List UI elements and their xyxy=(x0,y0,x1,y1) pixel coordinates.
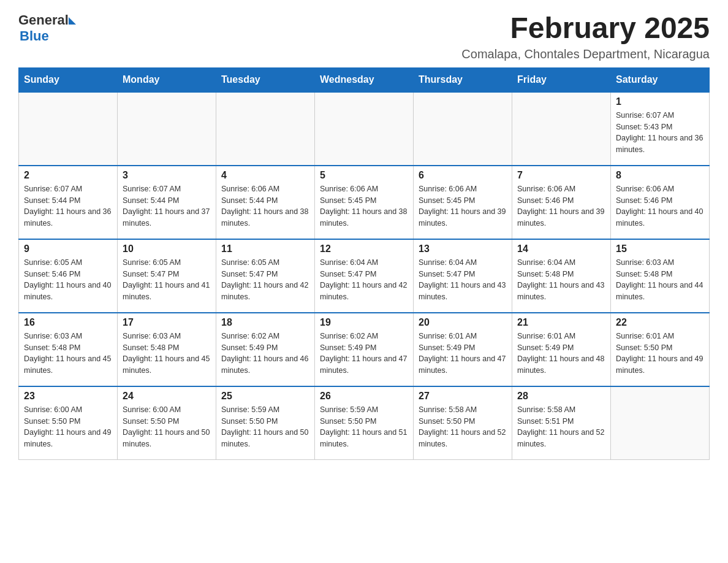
col-thursday: Thursday xyxy=(414,67,512,92)
col-friday: Friday xyxy=(512,67,611,92)
day-number: 27 xyxy=(419,391,507,402)
calendar-cell: 11Sunrise: 6:05 AMSunset: 5:47 PMDayligh… xyxy=(216,239,315,313)
calendar-cell: 21Sunrise: 6:01 AMSunset: 5:49 PMDayligh… xyxy=(512,313,611,386)
day-number: 13 xyxy=(419,243,507,255)
day-number: 11 xyxy=(221,243,309,255)
calendar-cell: 25Sunrise: 5:59 AMSunset: 5:50 PMDayligh… xyxy=(216,386,315,460)
day-info: Sunrise: 6:07 AMSunset: 5:43 PMDaylight:… xyxy=(616,110,704,156)
calendar-cell: 13Sunrise: 6:04 AMSunset: 5:47 PMDayligh… xyxy=(414,239,512,313)
day-number: 6 xyxy=(419,170,507,181)
logo-arrow-icon xyxy=(69,17,76,25)
day-number: 20 xyxy=(419,317,507,328)
col-sunday: Sunday xyxy=(19,67,118,92)
day-info: Sunrise: 5:59 AMSunset: 5:50 PMDaylight:… xyxy=(221,404,309,450)
day-info: Sunrise: 6:04 AMSunset: 5:47 PMDaylight:… xyxy=(419,257,507,303)
day-number: 3 xyxy=(123,170,211,181)
day-number: 19 xyxy=(320,317,408,328)
calendar-cell: 15Sunrise: 6:03 AMSunset: 5:48 PMDayligh… xyxy=(611,239,710,313)
day-info: Sunrise: 6:06 AMSunset: 5:45 PMDaylight:… xyxy=(320,183,408,229)
day-info: Sunrise: 6:04 AMSunset: 5:48 PMDaylight:… xyxy=(517,257,605,303)
day-number: 9 xyxy=(24,243,112,255)
col-wednesday: Wednesday xyxy=(315,67,414,92)
calendar-cell: 26Sunrise: 5:59 AMSunset: 5:50 PMDayligh… xyxy=(315,386,414,460)
calendar-cell: 14Sunrise: 6:04 AMSunset: 5:48 PMDayligh… xyxy=(512,239,611,313)
day-info: Sunrise: 6:06 AMSunset: 5:44 PMDaylight:… xyxy=(221,183,309,229)
calendar-cell: 4Sunrise: 6:06 AMSunset: 5:44 PMDaylight… xyxy=(216,166,315,239)
day-info: Sunrise: 6:06 AMSunset: 5:46 PMDaylight:… xyxy=(616,183,704,229)
day-info: Sunrise: 6:07 AMSunset: 5:44 PMDaylight:… xyxy=(24,183,112,229)
location-title: Comalapa, Chontales Department, Nicaragu… xyxy=(461,47,710,61)
day-info: Sunrise: 6:05 AMSunset: 5:46 PMDaylight:… xyxy=(24,257,112,303)
day-info: Sunrise: 6:05 AMSunset: 5:47 PMDaylight:… xyxy=(123,257,211,303)
calendar-cell: 9Sunrise: 6:05 AMSunset: 5:46 PMDaylight… xyxy=(19,239,118,313)
page-header: General Blue February 2025 Comalapa, Cho… xyxy=(18,12,710,61)
day-number: 12 xyxy=(320,243,408,255)
calendar-cell: 8Sunrise: 6:06 AMSunset: 5:46 PMDaylight… xyxy=(611,166,710,239)
week-row-3: 16Sunrise: 6:03 AMSunset: 5:48 PMDayligh… xyxy=(19,313,710,386)
col-tuesday: Tuesday xyxy=(216,67,315,92)
calendar-cell: 3Sunrise: 6:07 AMSunset: 5:44 PMDaylight… xyxy=(118,166,216,239)
day-number: 21 xyxy=(517,317,605,328)
day-info: Sunrise: 5:58 AMSunset: 5:50 PMDaylight:… xyxy=(419,404,507,450)
day-number: 7 xyxy=(517,170,605,181)
day-number: 16 xyxy=(24,317,112,328)
calendar-cell: 17Sunrise: 6:03 AMSunset: 5:48 PMDayligh… xyxy=(118,313,216,386)
day-number: 1 xyxy=(616,96,704,107)
day-info: Sunrise: 6:03 AMSunset: 5:48 PMDaylight:… xyxy=(616,257,704,303)
calendar-cell: 19Sunrise: 6:02 AMSunset: 5:49 PMDayligh… xyxy=(315,313,414,386)
calendar-cell: 24Sunrise: 6:00 AMSunset: 5:50 PMDayligh… xyxy=(118,386,216,460)
calendar-cell: 27Sunrise: 5:58 AMSunset: 5:50 PMDayligh… xyxy=(414,386,512,460)
day-number: 22 xyxy=(616,317,704,328)
calendar-cell xyxy=(216,92,315,166)
day-info: Sunrise: 6:07 AMSunset: 5:44 PMDaylight:… xyxy=(123,183,211,229)
day-number: 5 xyxy=(320,170,408,181)
day-number: 4 xyxy=(221,170,309,181)
calendar-cell: 20Sunrise: 6:01 AMSunset: 5:49 PMDayligh… xyxy=(414,313,512,386)
day-info: Sunrise: 6:02 AMSunset: 5:49 PMDaylight:… xyxy=(221,331,309,377)
calendar-cell: 16Sunrise: 6:03 AMSunset: 5:48 PMDayligh… xyxy=(19,313,118,386)
day-info: Sunrise: 6:02 AMSunset: 5:49 PMDaylight:… xyxy=(320,331,408,377)
calendar-cell: 7Sunrise: 6:06 AMSunset: 5:46 PMDaylight… xyxy=(512,166,611,239)
calendar-cell xyxy=(512,92,611,166)
day-number: 28 xyxy=(517,391,605,402)
day-number: 25 xyxy=(221,391,309,402)
calendar-cell: 28Sunrise: 5:58 AMSunset: 5:51 PMDayligh… xyxy=(512,386,611,460)
calendar-cell xyxy=(611,386,710,460)
calendar-cell: 18Sunrise: 6:02 AMSunset: 5:49 PMDayligh… xyxy=(216,313,315,386)
day-info: Sunrise: 6:03 AMSunset: 5:48 PMDaylight:… xyxy=(123,331,211,377)
calendar-cell: 6Sunrise: 6:06 AMSunset: 5:45 PMDaylight… xyxy=(414,166,512,239)
logo: General Blue xyxy=(18,12,76,44)
week-row-0: 1Sunrise: 6:07 AMSunset: 5:43 PMDaylight… xyxy=(19,92,710,166)
calendar-cell: 12Sunrise: 6:04 AMSunset: 5:47 PMDayligh… xyxy=(315,239,414,313)
calendar-cell xyxy=(414,92,512,166)
day-number: 8 xyxy=(616,170,704,181)
day-number: 18 xyxy=(221,317,309,328)
month-title: February 2025 xyxy=(461,12,710,45)
day-number: 14 xyxy=(517,243,605,255)
logo-general: General xyxy=(18,12,69,28)
day-number: 10 xyxy=(123,243,211,255)
day-info: Sunrise: 6:01 AMSunset: 5:50 PMDaylight:… xyxy=(616,331,704,377)
calendar-table: Sunday Monday Tuesday Wednesday Thursday… xyxy=(18,67,710,461)
calendar-cell: 22Sunrise: 6:01 AMSunset: 5:50 PMDayligh… xyxy=(611,313,710,386)
calendar-cell: 10Sunrise: 6:05 AMSunset: 5:47 PMDayligh… xyxy=(118,239,216,313)
day-info: Sunrise: 5:59 AMSunset: 5:50 PMDaylight:… xyxy=(320,404,408,450)
logo-blue: Blue xyxy=(20,28,49,44)
title-section: February 2025 Comalapa, Chontales Depart… xyxy=(461,12,710,61)
day-info: Sunrise: 6:06 AMSunset: 5:45 PMDaylight:… xyxy=(419,183,507,229)
day-info: Sunrise: 6:00 AMSunset: 5:50 PMDaylight:… xyxy=(24,404,112,450)
day-number: 24 xyxy=(123,391,211,402)
day-info: Sunrise: 6:00 AMSunset: 5:50 PMDaylight:… xyxy=(123,404,211,450)
header-row: Sunday Monday Tuesday Wednesday Thursday… xyxy=(19,67,710,92)
week-row-2: 9Sunrise: 6:05 AMSunset: 5:46 PMDaylight… xyxy=(19,239,710,313)
week-row-4: 23Sunrise: 6:00 AMSunset: 5:50 PMDayligh… xyxy=(19,386,710,460)
day-number: 2 xyxy=(24,170,112,181)
calendar-cell: 2Sunrise: 6:07 AMSunset: 5:44 PMDaylight… xyxy=(19,166,118,239)
calendar-cell: 5Sunrise: 6:06 AMSunset: 5:45 PMDaylight… xyxy=(315,166,414,239)
day-info: Sunrise: 5:58 AMSunset: 5:51 PMDaylight:… xyxy=(517,404,605,450)
col-monday: Monday xyxy=(118,67,216,92)
day-info: Sunrise: 6:03 AMSunset: 5:48 PMDaylight:… xyxy=(24,331,112,377)
week-row-1: 2Sunrise: 6:07 AMSunset: 5:44 PMDaylight… xyxy=(19,166,710,239)
day-number: 15 xyxy=(616,243,704,255)
day-info: Sunrise: 6:01 AMSunset: 5:49 PMDaylight:… xyxy=(517,331,605,377)
